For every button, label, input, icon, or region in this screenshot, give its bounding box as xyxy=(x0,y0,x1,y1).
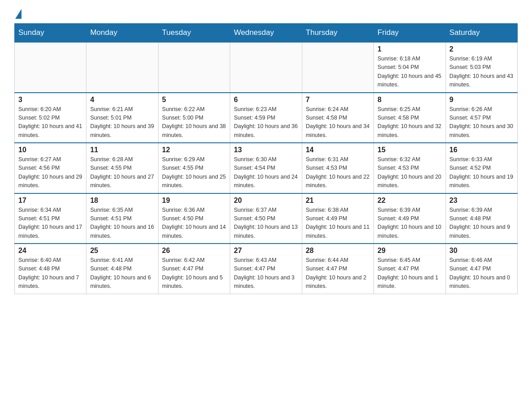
day-number: 8 xyxy=(378,96,442,104)
weekday-header-tuesday: Tuesday xyxy=(158,24,230,43)
day-number: 26 xyxy=(162,247,226,255)
day-info: Sunrise: 6:19 AM Sunset: 5:03 PM Dayligh… xyxy=(450,55,514,90)
calendar-cell xyxy=(86,42,158,93)
day-number: 30 xyxy=(450,247,514,255)
calendar-cell: 13Sunrise: 6:30 AM Sunset: 4:54 PM Dayli… xyxy=(230,143,302,193)
day-number: 11 xyxy=(90,146,154,154)
day-info: Sunrise: 6:29 AM Sunset: 4:55 PM Dayligh… xyxy=(162,155,226,190)
day-info: Sunrise: 6:30 AM Sunset: 4:54 PM Dayligh… xyxy=(234,155,298,190)
calendar-week-4: 17Sunrise: 6:34 AM Sunset: 4:51 PM Dayli… xyxy=(15,193,518,244)
day-number: 1 xyxy=(378,45,442,53)
day-number: 22 xyxy=(378,197,442,205)
day-number: 24 xyxy=(18,247,82,255)
day-info: Sunrise: 6:39 AM Sunset: 4:49 PM Dayligh… xyxy=(378,206,442,241)
calendar-cell: 5Sunrise: 6:22 AM Sunset: 5:00 PM Daylig… xyxy=(158,93,230,143)
calendar-cell: 10Sunrise: 6:27 AM Sunset: 4:56 PM Dayli… xyxy=(15,143,86,193)
day-number: 4 xyxy=(90,96,154,104)
calendar-cell: 27Sunrise: 6:43 AM Sunset: 4:47 PM Dayli… xyxy=(230,244,302,294)
day-info: Sunrise: 6:24 AM Sunset: 4:58 PM Dayligh… xyxy=(306,105,370,140)
day-number: 27 xyxy=(234,247,298,255)
day-info: Sunrise: 6:40 AM Sunset: 4:48 PM Dayligh… xyxy=(18,256,82,291)
day-number: 14 xyxy=(306,146,370,154)
calendar-cell: 4Sunrise: 6:21 AM Sunset: 5:01 PM Daylig… xyxy=(86,93,158,143)
weekday-header-thursday: Thursday xyxy=(302,24,373,43)
calendar-cell: 14Sunrise: 6:31 AM Sunset: 4:53 PM Dayli… xyxy=(302,143,373,193)
day-number: 5 xyxy=(162,96,226,104)
calendar-cell: 2Sunrise: 6:19 AM Sunset: 5:03 PM Daylig… xyxy=(446,42,517,93)
day-info: Sunrise: 6:41 AM Sunset: 4:48 PM Dayligh… xyxy=(90,256,154,291)
day-info: Sunrise: 6:33 AM Sunset: 4:52 PM Dayligh… xyxy=(450,155,514,190)
calendar-cell: 11Sunrise: 6:28 AM Sunset: 4:55 PM Dayli… xyxy=(86,143,158,193)
calendar-cell: 21Sunrise: 6:38 AM Sunset: 4:49 PM Dayli… xyxy=(302,193,373,244)
weekday-header-saturday: Saturday xyxy=(446,24,517,43)
calendar-cell xyxy=(158,42,230,93)
day-number: 21 xyxy=(306,197,370,205)
calendar-cell xyxy=(230,42,302,93)
day-info: Sunrise: 6:23 AM Sunset: 4:59 PM Dayligh… xyxy=(234,105,298,140)
day-number: 18 xyxy=(90,197,154,205)
day-info: Sunrise: 6:38 AM Sunset: 4:49 PM Dayligh… xyxy=(306,206,370,241)
calendar-cell: 28Sunrise: 6:44 AM Sunset: 4:47 PM Dayli… xyxy=(302,244,373,294)
calendar-cell: 26Sunrise: 6:42 AM Sunset: 4:47 PM Dayli… xyxy=(158,244,230,294)
day-info: Sunrise: 6:22 AM Sunset: 5:00 PM Dayligh… xyxy=(162,105,226,140)
calendar-cell: 16Sunrise: 6:33 AM Sunset: 4:52 PM Dayli… xyxy=(446,143,517,193)
calendar-cell: 24Sunrise: 6:40 AM Sunset: 4:48 PM Dayli… xyxy=(15,244,86,294)
day-info: Sunrise: 6:20 AM Sunset: 5:02 PM Dayligh… xyxy=(18,105,82,140)
weekday-header-friday: Friday xyxy=(374,24,446,43)
calendar-week-3: 10Sunrise: 6:27 AM Sunset: 4:56 PM Dayli… xyxy=(15,143,518,193)
day-info: Sunrise: 6:21 AM Sunset: 5:01 PM Dayligh… xyxy=(90,105,154,140)
calendar-cell: 20Sunrise: 6:37 AM Sunset: 4:50 PM Dayli… xyxy=(230,193,302,244)
calendar-cell: 17Sunrise: 6:34 AM Sunset: 4:51 PM Dayli… xyxy=(15,193,86,244)
day-info: Sunrise: 6:31 AM Sunset: 4:53 PM Dayligh… xyxy=(306,155,370,190)
day-info: Sunrise: 6:46 AM Sunset: 4:47 PM Dayligh… xyxy=(450,256,514,291)
day-info: Sunrise: 6:26 AM Sunset: 4:57 PM Dayligh… xyxy=(450,105,514,140)
day-info: Sunrise: 6:39 AM Sunset: 4:48 PM Dayligh… xyxy=(450,206,514,241)
day-number: 10 xyxy=(18,146,82,154)
calendar-cell: 22Sunrise: 6:39 AM Sunset: 4:49 PM Dayli… xyxy=(374,193,446,244)
calendar-cell: 18Sunrise: 6:35 AM Sunset: 4:51 PM Dayli… xyxy=(86,193,158,244)
page-header xyxy=(14,11,518,18)
day-number: 12 xyxy=(162,146,226,154)
calendar-table: SundayMondayTuesdayWednesdayThursdayFrid… xyxy=(14,23,518,294)
calendar-cell: 12Sunrise: 6:29 AM Sunset: 4:55 PM Dayli… xyxy=(158,143,230,193)
calendar-week-5: 24Sunrise: 6:40 AM Sunset: 4:48 PM Dayli… xyxy=(15,244,518,294)
day-number: 29 xyxy=(378,247,442,255)
day-info: Sunrise: 6:35 AM Sunset: 4:51 PM Dayligh… xyxy=(90,206,154,241)
calendar-week-1: 1Sunrise: 6:18 AM Sunset: 5:04 PM Daylig… xyxy=(15,42,518,93)
calendar-cell: 29Sunrise: 6:45 AM Sunset: 4:47 PM Dayli… xyxy=(374,244,446,294)
day-number: 19 xyxy=(162,197,226,205)
calendar-cell: 3Sunrise: 6:20 AM Sunset: 5:02 PM Daylig… xyxy=(15,93,86,143)
calendar-cell: 23Sunrise: 6:39 AM Sunset: 4:48 PM Dayli… xyxy=(446,193,517,244)
day-number: 9 xyxy=(450,96,514,104)
day-info: Sunrise: 6:44 AM Sunset: 4:47 PM Dayligh… xyxy=(306,256,370,291)
calendar-cell: 9Sunrise: 6:26 AM Sunset: 4:57 PM Daylig… xyxy=(446,93,517,143)
calendar-cell: 7Sunrise: 6:24 AM Sunset: 4:58 PM Daylig… xyxy=(302,93,373,143)
day-info: Sunrise: 6:25 AM Sunset: 4:58 PM Dayligh… xyxy=(378,105,442,140)
day-info: Sunrise: 6:42 AM Sunset: 4:47 PM Dayligh… xyxy=(162,256,226,291)
calendar-cell: 1Sunrise: 6:18 AM Sunset: 5:04 PM Daylig… xyxy=(374,42,446,93)
day-info: Sunrise: 6:36 AM Sunset: 4:50 PM Dayligh… xyxy=(162,206,226,241)
day-info: Sunrise: 6:27 AM Sunset: 4:56 PM Dayligh… xyxy=(18,155,82,190)
day-number: 28 xyxy=(306,247,370,255)
calendar-header: SundayMondayTuesdayWednesdayThursdayFrid… xyxy=(15,24,518,43)
day-number: 3 xyxy=(18,96,82,104)
day-number: 25 xyxy=(90,247,154,255)
day-info: Sunrise: 6:37 AM Sunset: 4:50 PM Dayligh… xyxy=(234,206,298,241)
day-info: Sunrise: 6:34 AM Sunset: 4:51 PM Dayligh… xyxy=(18,206,82,241)
calendar-cell xyxy=(15,42,86,93)
day-number: 15 xyxy=(378,146,442,154)
day-number: 20 xyxy=(234,197,298,205)
weekday-header-monday: Monday xyxy=(86,24,158,43)
calendar-cell: 25Sunrise: 6:41 AM Sunset: 4:48 PM Dayli… xyxy=(86,244,158,294)
calendar-cell xyxy=(302,42,373,93)
day-number: 6 xyxy=(234,96,298,104)
day-info: Sunrise: 6:45 AM Sunset: 4:47 PM Dayligh… xyxy=(378,256,442,291)
day-number: 2 xyxy=(450,45,514,53)
calendar-cell: 6Sunrise: 6:23 AM Sunset: 4:59 PM Daylig… xyxy=(230,93,302,143)
logo-triangle-icon xyxy=(15,9,21,19)
calendar-cell: 8Sunrise: 6:25 AM Sunset: 4:58 PM Daylig… xyxy=(374,93,446,143)
logo xyxy=(14,11,21,18)
calendar-cell: 19Sunrise: 6:36 AM Sunset: 4:50 PM Dayli… xyxy=(158,193,230,244)
calendar-cell: 30Sunrise: 6:46 AM Sunset: 4:47 PM Dayli… xyxy=(446,244,517,294)
day-number: 13 xyxy=(234,146,298,154)
